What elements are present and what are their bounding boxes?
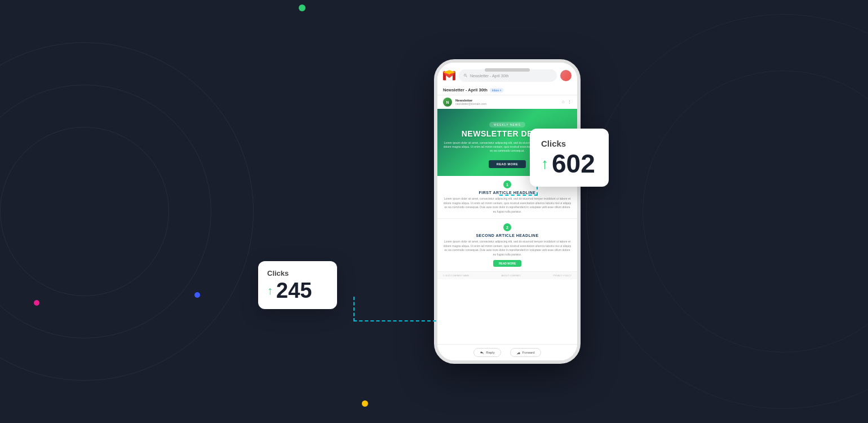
clicks-small-number: 245 bbox=[276, 280, 312, 301]
sender-info: Newsletter newsletter@domain.com bbox=[455, 99, 557, 105]
dot-yellow-bottom bbox=[362, 400, 368, 407]
email-action-bar: Reply Forward bbox=[437, 344, 577, 360]
forward-label: Forward bbox=[522, 351, 535, 354]
phone-mockup: Newsletter - April 30th Newsletter - Apr… bbox=[434, 59, 581, 364]
sender-actions: ☆ ⋮ bbox=[561, 100, 572, 104]
dot-green-top bbox=[299, 5, 305, 11]
reply-button[interactable]: Reply bbox=[473, 348, 501, 357]
clicks-small-arrow-up-icon: ↑ bbox=[267, 285, 273, 296]
clicks-large-number: 602 bbox=[552, 151, 595, 177]
star-icon[interactable]: ☆ bbox=[561, 100, 565, 104]
article-2-headline: SECOND ARTICLE HEADLINE bbox=[443, 233, 572, 237]
footer-about: ABOUT COMPANY bbox=[501, 274, 521, 277]
reply-icon bbox=[480, 350, 484, 355]
clicks-card-large-value: ↑ 602 bbox=[541, 151, 595, 177]
more-icon[interactable]: ⋮ bbox=[567, 100, 572, 104]
forward-icon bbox=[516, 350, 521, 355]
phone-notch bbox=[485, 68, 530, 72]
clicks-card-small-label: Clicks bbox=[267, 269, 327, 277]
phone-screen: Newsletter - April 30th Newsletter - Apr… bbox=[437, 63, 577, 360]
inbox-badge: Inbox × bbox=[490, 88, 504, 92]
clicks-card-small-value: ↑ 245 bbox=[267, 280, 327, 301]
article-2-read-more-button[interactable]: READ MORE bbox=[493, 260, 522, 267]
email-newsletter-footer: © 2023 COMPANY NAME ABOUT COMPANY PRIVAC… bbox=[437, 272, 577, 279]
gmail-user-avatar[interactable] bbox=[560, 70, 572, 81]
gmail-header: Newsletter - April 30th bbox=[437, 63, 577, 85]
clicks-card-large: Clicks ↑ 602 bbox=[530, 129, 609, 187]
hero-read-more-button[interactable]: READ MORE bbox=[489, 160, 526, 168]
article-1-number: 1 bbox=[503, 180, 511, 188]
dot-blue-mid bbox=[194, 292, 200, 298]
clicks-arrow-up-icon: ↑ bbox=[541, 156, 548, 171]
connector-line-small-v bbox=[353, 297, 355, 321]
reply-label: Reply bbox=[486, 351, 494, 354]
clicks-card-large-label: Clicks bbox=[541, 139, 595, 148]
clicks-card-small: Clicks ↑ 245 bbox=[258, 261, 337, 309]
article-2-section: 2 SECOND ARTICLE HEADLINE Lorem ipsum do… bbox=[437, 219, 577, 272]
article-1-text: Lorem ipsum dolor sit amet, consectetur … bbox=[443, 197, 572, 214]
gmail-search-placeholder: Newsletter - April 30th bbox=[470, 74, 508, 78]
search-icon bbox=[463, 73, 468, 78]
email-subject-bar: Newsletter - April 30th Inbox × bbox=[437, 85, 577, 95]
footer-privacy: PRIVACY POLICY bbox=[553, 274, 572, 277]
forward-button[interactable]: Forward bbox=[510, 348, 541, 357]
connector-line-small-h bbox=[353, 320, 436, 321]
article-2-text: Lorem ipsum dolor sit amet, consectetur … bbox=[443, 240, 572, 257]
footer-company: © 2023 COMPANY NAME bbox=[443, 274, 470, 277]
dot-pink-left bbox=[34, 300, 39, 306]
gmail-logo-icon bbox=[443, 69, 455, 82]
sender-row: N Newsletter newsletter@domain.com ☆ ⋮ bbox=[437, 95, 577, 109]
sender-avatar: N bbox=[443, 98, 452, 107]
email-subject-text: Newsletter - April 30th bbox=[443, 87, 488, 92]
weekly-news-badge: WEEKLY NEWS bbox=[489, 122, 525, 127]
article-2-number: 2 bbox=[503, 223, 511, 231]
sender-email: newsletter@domain.com bbox=[455, 102, 557, 105]
connector-line-large-h bbox=[499, 195, 538, 196]
phone-body: Newsletter - April 30th Newsletter - Apr… bbox=[434, 59, 581, 364]
